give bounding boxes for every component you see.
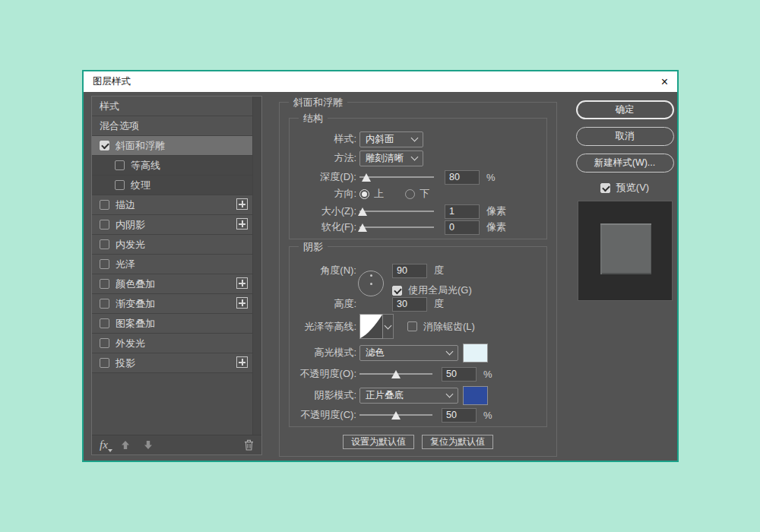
depth-slider[interactable]	[359, 172, 434, 182]
contour-curve-icon	[360, 315, 382, 338]
altitude-unit: 度	[434, 297, 444, 311]
sidebar-item-contour[interactable]: 等高线	[92, 156, 252, 176]
sidebar-item-gradient-overlay[interactable]: 渐变叠加	[92, 294, 252, 314]
dialog-content: 样式混合选项斜面和浮雕等高线纹理描边内阴影内发光光泽颜色叠加渐变叠加图案叠加外发…	[84, 92, 677, 461]
effects-sidebar: 样式混合选项斜面和浮雕等高线纹理描边内阴影内发光光泽颜色叠加渐变叠加图案叠加外发…	[91, 96, 262, 455]
add-effect-button[interactable]	[236, 218, 248, 230]
sidebar-item-label: 纹理	[131, 179, 150, 192]
chevron-down-icon	[411, 135, 419, 142]
sidebar-item-styles[interactable]: 样式	[92, 97, 252, 116]
direction-up-radio[interactable]	[359, 189, 369, 199]
highlight-mode-dropdown[interactable]: 滤色	[359, 345, 458, 361]
sidebar-scrollbar[interactable]	[252, 97, 261, 435]
chevron-down-icon	[446, 391, 454, 398]
preview-checkbox[interactable]	[600, 183, 610, 193]
anti-alias-checkbox[interactable]	[407, 321, 417, 331]
effect-checkbox[interactable]	[100, 279, 109, 289]
sidebar-item-inner-shadow[interactable]: 内阴影	[92, 215, 252, 235]
size-unit: 像素	[486, 204, 506, 218]
effect-checkbox[interactable]	[100, 141, 109, 150]
effect-checkbox[interactable]	[100, 358, 109, 368]
add-effect-button[interactable]	[236, 277, 248, 289]
preview-thumbnail	[600, 223, 651, 274]
effect-checkbox[interactable]	[100, 200, 109, 210]
dialog-titlebar[interactable]: 图层样式 ×	[84, 71, 677, 92]
move-up-button[interactable]	[120, 440, 131, 450]
sidebar-item-label: 颜色叠加	[116, 277, 155, 291]
delete-effect-button[interactable]	[244, 439, 254, 451]
reset-default-button[interactable]: 复位为默认值	[422, 435, 493, 449]
sidebar-item-stroke[interactable]: 描边	[92, 195, 252, 215]
size-slider[interactable]	[359, 206, 434, 217]
technique-label: 方法:	[290, 151, 356, 165]
shadow-color-swatch[interactable]	[463, 386, 488, 405]
style-preview	[578, 201, 673, 301]
new-style-button[interactable]: 新建样式(W)...	[576, 154, 674, 173]
highlight-color-swatch[interactable]	[463, 344, 488, 363]
sidebar-item-color-overlay[interactable]: 颜色叠加	[92, 274, 252, 294]
angle-dial[interactable]	[358, 271, 384, 296]
add-effect-button[interactable]	[236, 297, 248, 309]
depth-input[interactable]	[445, 170, 480, 185]
effect-checkbox[interactable]	[115, 160, 125, 170]
style-value: 内斜面	[366, 133, 394, 146]
slider-thumb[interactable]	[391, 370, 401, 378]
effect-checkbox[interactable]	[100, 318, 109, 328]
effect-checkbox[interactable]	[115, 180, 125, 190]
effect-checkbox[interactable]	[100, 299, 109, 309]
dialog-title: 图层样式	[93, 75, 131, 88]
sidebar-item-blending-options[interactable]: 混合选项	[92, 116, 252, 136]
sidebar-item-bevel-emboss[interactable]: 斜面和浮雕	[92, 136, 252, 156]
sidebar-item-drop-shadow[interactable]: 投影	[92, 353, 252, 373]
shadow-opacity-slider[interactable]	[359, 410, 432, 420]
highlight-mode-label: 高光模式:	[290, 346, 356, 359]
depth-unit: %	[486, 172, 496, 183]
fx-menu-button[interactable]: fx	[100, 439, 108, 451]
sidebar-item-outer-glow[interactable]: 外发光	[92, 334, 252, 353]
sidebar-item-label: 描边	[116, 198, 135, 212]
altitude-label: 高度:	[290, 297, 356, 311]
global-light-checkbox[interactable]	[392, 286, 402, 296]
contour-picker-button[interactable]	[383, 314, 394, 339]
style-dropdown[interactable]: 内斜面	[359, 131, 423, 147]
effect-checkbox[interactable]	[100, 338, 109, 348]
shadow-opacity-unit: %	[483, 410, 492, 421]
slider-thumb[interactable]	[358, 223, 367, 232]
angle-input[interactable]	[392, 264, 427, 278]
effect-checkbox[interactable]	[100, 239, 109, 249]
sidebar-item-pattern-overlay[interactable]: 图案叠加	[92, 314, 252, 334]
bevel-emboss-panel: 斜面和浮雕 结构 样式: 内斜面 方法: 雕刻清晰	[279, 102, 557, 457]
set-default-button[interactable]: 设置为默认值	[343, 435, 414, 449]
shadow-mode-dropdown[interactable]: 正片叠底	[359, 388, 458, 404]
sidebar-item-satin[interactable]: 光泽	[92, 255, 252, 274]
slider-thumb[interactable]	[358, 207, 367, 216]
add-effect-button[interactable]	[236, 198, 248, 210]
sidebar-item-inner-glow[interactable]: 内发光	[92, 235, 252, 255]
slider-thumb[interactable]	[391, 411, 401, 420]
close-icon[interactable]: ×	[661, 76, 668, 88]
soften-input[interactable]	[445, 220, 480, 235]
altitude-input[interactable]	[392, 297, 427, 312]
slider-thumb[interactable]	[362, 173, 371, 182]
sidebar-item-label: 外发光	[116, 337, 145, 350]
add-effect-button[interactable]	[236, 356, 248, 368]
soften-slider[interactable]	[359, 222, 434, 233]
sidebar-item-label: 斜面和浮雕	[116, 139, 165, 153]
sidebar-item-texture[interactable]: 纹理	[92, 176, 252, 195]
direction-down-radio[interactable]	[405, 189, 415, 199]
highlight-opacity-slider[interactable]	[359, 369, 432, 379]
sidebar-item-label: 样式	[100, 100, 119, 113]
shadow-opacity-input[interactable]	[442, 408, 477, 423]
highlight-opacity-input[interactable]	[442, 367, 477, 382]
effect-checkbox[interactable]	[100, 259, 109, 269]
cancel-button[interactable]: 取消	[576, 127, 674, 146]
move-down-button[interactable]	[143, 440, 154, 450]
structure-group: 结构 样式: 内斜面 方法: 雕刻清晰 深度(D):	[289, 118, 547, 239]
technique-dropdown[interactable]: 雕刻清晰	[359, 150, 423, 166]
size-input[interactable]	[445, 204, 480, 219]
effect-checkbox[interactable]	[100, 220, 109, 230]
sidebar-item-label: 等高线	[131, 159, 160, 173]
gloss-contour-thumbnail[interactable]	[359, 314, 383, 339]
ok-button[interactable]: 确定	[576, 100, 674, 119]
layer-style-dialog: 图层样式 × 样式混合选项斜面和浮雕等高线纹理描边内阴影内发光光泽颜色叠加渐变叠…	[82, 70, 679, 462]
